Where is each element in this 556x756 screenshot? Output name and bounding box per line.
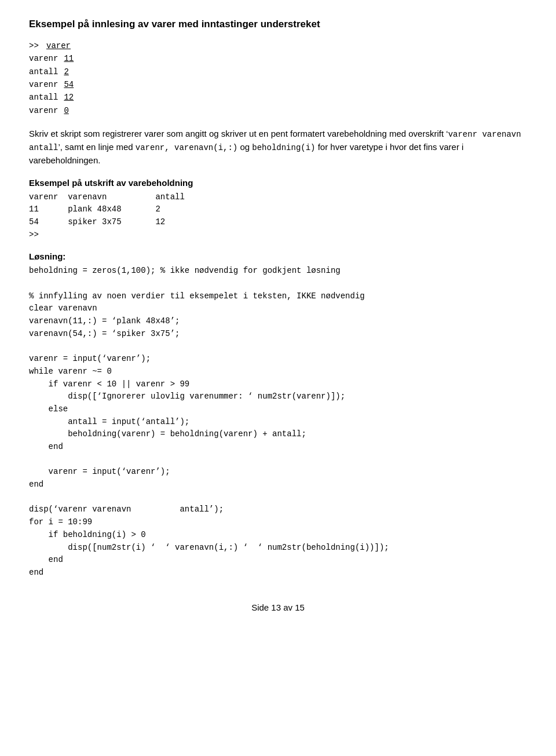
prompt-value-antall1: 2	[64, 65, 68, 78]
prompt-row-varenr1: varenr 11	[29, 52, 527, 65]
prompt-label-varenr2: varenr	[29, 78, 58, 91]
prompt-row-varenr3: varenr 0	[29, 104, 527, 117]
example-output-table: varenr varenavn antall 11 plank 48x48 2 …	[29, 191, 527, 242]
prompt-label-antall2: antall	[29, 91, 58, 104]
prompt-label-varenr3: varenr	[29, 104, 58, 117]
prompt-value-varenr2: 54	[64, 78, 74, 91]
prompt-row-varenr2: varenr 54	[29, 78, 527, 91]
page-title: Eksempel på innlesing av varer med innta…	[29, 17, 527, 31]
code-beholdning-ref: beholdning(i)	[252, 143, 315, 152]
body-description: Skriv et skript som registrerer varer so…	[29, 127, 527, 167]
page-footer: Side 13 av 15	[29, 602, 527, 612]
example-output-heading: Eksempel på utskrift av varebeholdning	[29, 178, 527, 188]
prompt-value-antall2: 12	[64, 91, 74, 104]
prompt-row-start: >> varer	[29, 39, 527, 52]
prompt-label-antall1: antall	[29, 65, 58, 78]
prompt-section: >> varer varenr 11 antall 2 varenr 54 an…	[29, 39, 527, 117]
solution-code: beholdning = zeros(1,100); % ikke nødven…	[29, 265, 527, 579]
prompt-row-antall2: antall 12	[29, 91, 527, 104]
prompt-symbol: >>	[29, 39, 46, 52]
prompt-value-varenr1: 11	[64, 52, 74, 65]
solution-heading: Løsning:	[29, 251, 527, 261]
prompt-var-1: varer	[46, 39, 71, 52]
prompt-label-varenr1: varenr	[29, 52, 58, 65]
prompt-row-antall1: antall 2	[29, 65, 527, 78]
code-varenr-ref: varenr, varenavn(i,:)	[136, 143, 237, 152]
prompt-value-varenr3: 0	[64, 104, 68, 117]
